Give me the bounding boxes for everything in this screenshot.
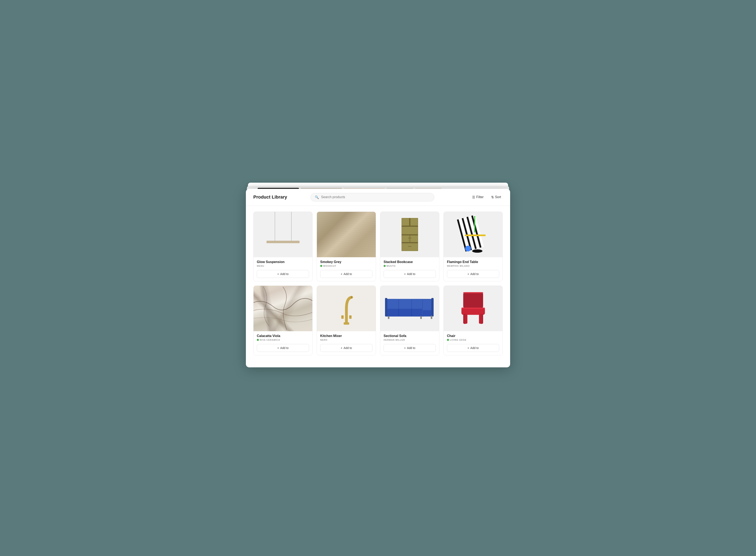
svg-rect-11 xyxy=(408,238,411,238)
product-info-4: Flamingo End Table MEMPHIS MILANO xyxy=(444,257,502,267)
verified-icon-3 xyxy=(384,265,386,267)
product-info-2: Smokey Grey WOODCUT xyxy=(317,257,376,267)
sort-button[interactable]: ⇅ Sort xyxy=(489,195,503,200)
product-image-sectional-sofa xyxy=(380,286,439,331)
svg-rect-9 xyxy=(411,235,418,242)
product-brand-7: HERMAN MILLER xyxy=(384,339,436,341)
toolbar-actions: ☰ Filter ⇅ Sort xyxy=(470,195,503,200)
mixer-svg xyxy=(336,290,357,327)
svg-rect-54 xyxy=(464,314,467,324)
add-to-label-2: Add to xyxy=(343,272,352,276)
svg-rect-8 xyxy=(402,235,409,242)
product-image-flamingo-table xyxy=(444,212,502,257)
svg-rect-57 xyxy=(463,292,483,293)
product-card-stacked-bookcase: Stacked Bookcase MUUTO + Add to xyxy=(380,212,439,281)
verified-icon-2 xyxy=(320,265,322,267)
product-info-6: Kitchen Mixer NERO xyxy=(317,331,376,341)
svg-rect-12 xyxy=(408,246,411,247)
search-container: 🔍 xyxy=(310,193,434,202)
filter-button[interactable]: ☰ Filter xyxy=(470,195,485,200)
add-to-button-2[interactable]: + Add to xyxy=(320,270,372,278)
svg-point-29 xyxy=(351,297,352,298)
add-to-button-5[interactable]: + Add to xyxy=(257,344,309,352)
svg-rect-39 xyxy=(386,309,398,316)
add-to-button-8[interactable]: + Add to xyxy=(447,344,499,352)
plus-icon-5: + xyxy=(277,346,279,350)
search-bar[interactable]: 🔍 xyxy=(310,193,434,202)
product-card-glow-suspension: Glow Suspension MENU + Add to xyxy=(253,212,312,281)
product-card-sectional-sofa: Sectional Sofa HERMAN MILLER + Add to xyxy=(380,285,439,355)
kitchen-mixer-illustration xyxy=(317,286,376,331)
svg-rect-47 xyxy=(388,316,389,319)
svg-rect-1 xyxy=(402,226,418,227)
product-brand-6: NERO xyxy=(320,339,372,341)
svg-rect-32 xyxy=(342,316,343,316)
product-info-5: Calacatta Viola RIVA CERAMICA xyxy=(254,331,312,341)
product-name-1: Glow Suspension xyxy=(257,260,309,264)
svg-rect-6 xyxy=(411,218,418,225)
product-image-kitchen-mixer xyxy=(317,286,376,331)
product-card-chair: Chair LIVING EDGE + Add to xyxy=(444,285,503,355)
header: Product Library 🔍 ☰ Filter ⇅ Sort xyxy=(246,189,510,206)
svg-rect-42 xyxy=(385,298,387,316)
products-grid: Glow Suspension MENU + Add to Smokey Gre… xyxy=(246,206,510,361)
add-to-button-7[interactable]: + Add to xyxy=(384,344,436,352)
product-card-kitchen-mixer: Kitchen Mixer NERO + Add to xyxy=(317,285,376,355)
svg-rect-40 xyxy=(399,309,411,316)
marble-svg xyxy=(254,286,312,331)
add-to-label-6: Add to xyxy=(343,346,352,350)
svg-rect-31 xyxy=(349,315,351,319)
svg-rect-45 xyxy=(423,310,432,316)
bookcase-svg xyxy=(400,218,420,251)
product-name-2: Smokey Grey xyxy=(320,260,372,264)
svg-rect-30 xyxy=(341,315,344,319)
add-to-label-4: Add to xyxy=(470,272,479,276)
product-brand-1: MENU xyxy=(257,265,309,267)
product-image-stacked-bookcase xyxy=(380,212,439,257)
product-info-1: Glow Suspension MENU xyxy=(254,257,312,267)
chair-illustration xyxy=(444,286,502,331)
svg-rect-35 xyxy=(386,299,398,309)
sort-icon: ⇅ xyxy=(491,195,494,199)
plus-icon-3: + xyxy=(404,272,406,276)
product-brand-2: WOODCUT xyxy=(320,265,372,267)
product-brand-8: LIVING EDGE xyxy=(447,339,499,341)
main-window: Product Library 🔍 ☰ Filter ⇅ Sort xyxy=(246,189,510,368)
add-to-button-3[interactable]: + Add to xyxy=(384,270,436,278)
search-input[interactable] xyxy=(321,195,430,199)
svg-rect-36 xyxy=(399,299,411,309)
glow-suspension-illustration xyxy=(254,212,312,257)
product-image-smokey-grey xyxy=(317,212,376,257)
filter-icon: ☰ xyxy=(472,195,475,199)
product-card-smokey-grey: Smokey Grey WOODCUT + Add to xyxy=(317,212,376,281)
plus-icon-1: + xyxy=(277,272,279,276)
product-card-flamingo-end-table: Flamingo End Table MEMPHIS MILANO + Add … xyxy=(444,212,503,281)
product-info-7: Sectional Sofa HERMAN MILLER xyxy=(380,331,439,341)
calacatta-illustration xyxy=(254,286,312,331)
svg-rect-33 xyxy=(349,316,351,316)
add-to-button-4[interactable]: + Add to xyxy=(447,270,499,278)
plus-icon-6: + xyxy=(341,346,342,350)
svg-rect-10 xyxy=(402,243,418,251)
product-info-3: Stacked Bookcase MUUTO xyxy=(380,257,439,267)
product-name-5: Calacatta Viola xyxy=(257,334,309,338)
svg-rect-4 xyxy=(409,218,410,226)
product-card-calacatta-viola: Calacatta Viola RIVA CERAMICA + Add to xyxy=(253,285,312,355)
product-image-calacatta xyxy=(254,286,312,331)
svg-rect-55 xyxy=(479,314,482,324)
add-to-button-6[interactable]: + Add to xyxy=(320,344,372,352)
plus-icon-2: + xyxy=(341,272,342,276)
svg-rect-48 xyxy=(420,316,422,319)
add-to-label-8: Add to xyxy=(470,346,479,350)
svg-rect-50 xyxy=(463,292,483,309)
add-to-label-3: Add to xyxy=(407,272,415,276)
svg-rect-56 xyxy=(461,307,485,309)
add-to-button-1[interactable]: + Add to xyxy=(257,270,309,278)
plus-icon-7: + xyxy=(404,346,406,350)
product-info-8: Chair LIVING EDGE xyxy=(444,331,502,341)
flamingo-svg xyxy=(453,214,494,255)
sort-label: Sort xyxy=(495,195,501,199)
product-name-3: Stacked Bookcase xyxy=(384,260,436,264)
add-to-label-1: Add to xyxy=(280,272,289,276)
plus-icon-8: + xyxy=(467,346,469,350)
